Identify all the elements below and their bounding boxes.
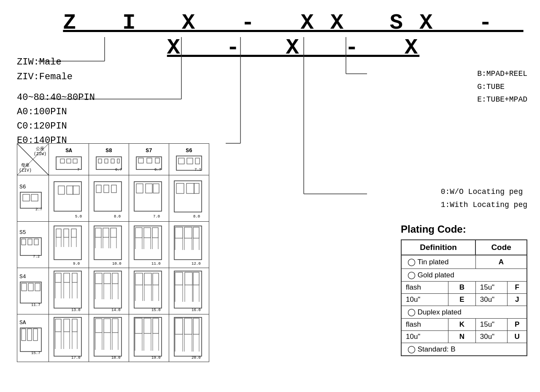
- svg-text:15.7: 15.7: [31, 351, 40, 355]
- tin-plated-label: ◯ Tin plated: [401, 255, 475, 269]
- duplex-30u-code: U: [508, 331, 527, 343]
- locating-peg-annotation: 0:W/O Locating peg 1:With Locating peg: [441, 185, 527, 211]
- svg-rect-121: [94, 271, 122, 308]
- svg-rect-162: [72, 319, 77, 332]
- cell-s7-s5: 11.0: [132, 224, 166, 266]
- svg-rect-123: [104, 273, 111, 284]
- plating-code-title: Plating Code:: [401, 223, 527, 235]
- svg-text:16.0: 16.0: [192, 308, 201, 312]
- svg-rect-49: [153, 184, 159, 193]
- cell-sa-s6: 5.0: [52, 177, 86, 220]
- standard-label: ◯ Standard: B: [401, 343, 527, 356]
- svg-rect-171: [95, 319, 102, 333]
- svg-rect-134: [144, 273, 151, 285]
- svg-rect-25: [155, 158, 159, 163]
- svg-text:14.0: 14.0: [111, 308, 121, 312]
- svg-rect-161: [64, 319, 70, 332]
- svg-text:18.0: 18.0: [111, 356, 121, 360]
- svg-rect-183: [144, 318, 151, 333]
- s8-header-icon: 6.7: [94, 155, 124, 172]
- svg-text:7: 7: [77, 168, 79, 172]
- svg-rect-19: [111, 159, 114, 163]
- duplex-flash-code: K: [448, 319, 476, 331]
- svg-rect-57: [22, 239, 26, 245]
- svg-rect-160: [55, 319, 61, 332]
- svg-rect-39: [73, 186, 79, 194]
- svg-rect-106: [22, 283, 27, 291]
- ziv-label: ZIV:Female: [17, 70, 73, 84]
- gold-15u-code: F: [508, 282, 527, 294]
- gold-10u-label: 10u": [401, 294, 448, 306]
- svg-rect-44: [111, 185, 116, 193]
- svg-rect-143: [174, 271, 202, 308]
- duplex-15u-code: P: [508, 319, 527, 331]
- svg-rect-108: [35, 283, 40, 291]
- pin40-80: 40~80:40~80PIN: [17, 91, 95, 105]
- svg-rect-182: [135, 318, 142, 333]
- sa-header-icon: 7: [54, 155, 84, 172]
- cell-s7-s4: 15.0: [132, 269, 166, 313]
- duplex-15u-label: 15u": [475, 319, 508, 331]
- svg-rect-46: [134, 182, 162, 211]
- cell-sa-s4: 13.0: [52, 269, 86, 313]
- pkg-b: B:MPAD+REEL: [477, 67, 527, 81]
- s5-row-icon: 7.2: [19, 236, 45, 259]
- plating-def-header: Definition: [401, 240, 475, 255]
- svg-rect-24: [147, 158, 152, 163]
- svg-rect-172: [104, 319, 111, 333]
- svg-rect-145: [185, 272, 192, 285]
- svg-rect-193: [175, 318, 183, 334]
- s6-row-icon: 2.7: [19, 190, 45, 211]
- svg-rect-84: [135, 228, 142, 238]
- svg-rect-74: [103, 228, 109, 237]
- svg-rect-63: [64, 229, 69, 237]
- svg-rect-47: [136, 184, 143, 193]
- cell-s8-sa: 18.0: [92, 315, 126, 361]
- cell-s6-sa: 20.0: [172, 315, 206, 361]
- svg-rect-42: [96, 185, 101, 193]
- svg-rect-30: [195, 158, 200, 164]
- svg-rect-12: [60, 159, 65, 163]
- cell-s6-s4: 16.0: [172, 269, 206, 313]
- svg-rect-41: [94, 182, 122, 211]
- cell-s6-s6: 8.0: [172, 177, 206, 220]
- cell-s6-s5: 12.0: [172, 224, 206, 266]
- svg-text:7.1: 7.1: [194, 168, 201, 172]
- svg-text:8.0: 8.0: [193, 215, 200, 219]
- svg-rect-181: [134, 317, 162, 356]
- svg-rect-37: [58, 186, 65, 194]
- part-number-display: Z I X - X X S X - X - X - X: [63, 11, 523, 60]
- svg-rect-43: [104, 185, 109, 193]
- svg-text:7.2: 7.2: [33, 255, 40, 259]
- plating-code-header: Code: [475, 240, 527, 255]
- svg-text:5.0: 5.0: [75, 215, 82, 219]
- svg-rect-96: [184, 227, 192, 238]
- cell-sa-sa: 17.0: [52, 315, 86, 361]
- gold-15u-label: 15u": [475, 282, 508, 294]
- svg-rect-61: [54, 226, 81, 260]
- svg-rect-85: [144, 228, 151, 238]
- svg-rect-122: [95, 273, 102, 284]
- svg-text:2.7: 2.7: [35, 207, 42, 211]
- duplex-10u-label: 10u": [401, 331, 448, 343]
- pin120: C0:120PIN: [17, 119, 95, 134]
- svg-rect-13: [67, 159, 71, 163]
- pkg-e: E:TUBE+MPAD: [477, 93, 527, 106]
- svg-text:10.0: 10.0: [112, 262, 122, 266]
- s7-header-icon: 6.7: [134, 155, 164, 172]
- svg-rect-58: [28, 239, 32, 245]
- svg-rect-23: [138, 158, 143, 163]
- svg-rect-107: [28, 283, 33, 291]
- svg-rect-146: [193, 272, 199, 285]
- svg-text:11.7: 11.7: [31, 303, 40, 307]
- svg-text:19.0: 19.0: [151, 356, 161, 360]
- svg-rect-38: [67, 186, 73, 194]
- cell-sa-s5: 9.0: [52, 224, 86, 266]
- svg-rect-53: [186, 183, 194, 193]
- pin-count-description: 40~80:40~80PIN A0:100PIN C0:120PIN E0:14…: [17, 91, 95, 148]
- gold-flash-label: flash: [401, 282, 448, 294]
- svg-text:9.0: 9.0: [73, 262, 80, 266]
- svg-rect-170: [94, 317, 122, 356]
- svg-rect-17: [98, 159, 102, 163]
- svg-rect-195: [193, 318, 199, 334]
